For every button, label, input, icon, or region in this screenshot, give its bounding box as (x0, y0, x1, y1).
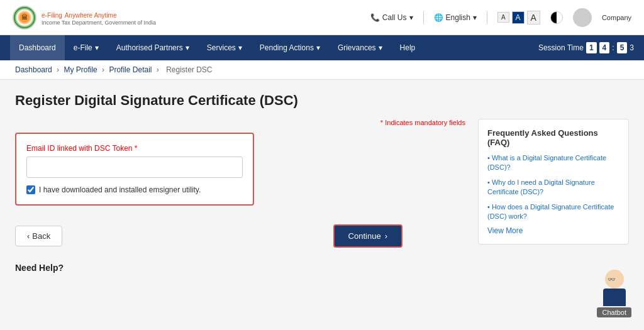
phone-icon: 📞 (370, 13, 380, 22)
continue-label: Continue (348, 231, 381, 241)
back-button[interactable]: ‹ Back (15, 226, 62, 246)
divider-2 (487, 11, 487, 24)
nav-item-authorised-partners[interactable]: Authorised Partners ▾ (108, 35, 198, 60)
faq-item-2[interactable]: Why do I need a Digital Signature Certif… (487, 178, 619, 197)
nav-efile-label: e-File (74, 43, 92, 52)
session-label: Session Time (538, 43, 584, 52)
call-us-chevron: ▾ (409, 13, 413, 22)
language-button[interactable]: 🌐 English ▾ (434, 13, 477, 22)
breadcrumb-my-profile[interactable]: My Profile (64, 65, 97, 74)
nav-help-label: Help (400, 43, 416, 52)
nav-efile-chevron: ▾ (95, 43, 99, 52)
logo-efiling-text: e-Filing (42, 12, 62, 19)
nav-pending-chevron: ▾ (316, 43, 320, 52)
logo-tagline: Anywhere Anytime (65, 12, 117, 19)
breadcrumb-register-dsc: Register DSC (166, 65, 212, 74)
checkbox-label: I have downloaded and installed emsigner… (39, 185, 201, 194)
breadcrumb-sep-1: › (57, 65, 61, 74)
chatbot-label[interactable]: Chatbot (597, 307, 631, 317)
font-large-button[interactable]: A (527, 11, 540, 25)
breadcrumb-profile-detail[interactable]: Profile Detail (109, 65, 152, 74)
form-section: * Indicates mandatory fields Email ID li… (15, 119, 465, 273)
session-digit-2: 4 (599, 42, 610, 53)
faq-section: Frequently Asked Questions (FAQ) What is… (478, 119, 629, 245)
chatbot-body (603, 289, 626, 306)
session-digit-4: 3 (630, 43, 634, 52)
nav-item-help[interactable]: Help (391, 35, 425, 60)
continue-btn-wrapper: Continue › (333, 224, 402, 248)
view-more-link[interactable]: View More (487, 226, 619, 235)
back-chevron-icon: ‹ (27, 231, 30, 241)
emsigner-checkbox[interactable] (26, 185, 35, 194)
header-right: 📞 Call Us ▾ 🌐 English ▾ A A A Company (370, 8, 631, 27)
back-label: Back (32, 231, 50, 241)
top-header: 🏛 e-Filing Anywhere Anytime Income Tax D… (0, 0, 644, 35)
main-content: Register Digital Signature Certificate (… (0, 80, 644, 285)
call-us-label: Call Us (382, 13, 407, 22)
nav-pending-label: Pending Actions (260, 43, 314, 52)
breadcrumb: Dashboard › My Profile › Profile Detail … (0, 60, 644, 80)
chatbot-head: 👓 (605, 270, 624, 289)
font-medium-button[interactable]: A (512, 11, 525, 24)
nav-services-chevron: ▾ (238, 43, 242, 52)
chatbot-figure: 👓 (599, 270, 630, 307)
nav-item-efile[interactable]: e-File ▾ (65, 35, 108, 60)
nav-bar: Dashboard e-File ▾ Authorised Partners ▾… (0, 35, 644, 60)
faq-title: Frequently Asked Questions (FAQ) (487, 128, 619, 147)
logo-text: e-Filing Anywhere Anytime Income Tax Dep… (42, 9, 156, 26)
session-digit-3: 5 (617, 42, 628, 53)
globe-icon: 🌐 (434, 13, 443, 22)
nav-grievances-label: Grievances (338, 43, 376, 52)
session-time: Session Time 1 4 : 5 3 (538, 42, 634, 53)
divider-1 (423, 11, 424, 24)
nav-partners-chevron: ▾ (186, 43, 189, 52)
nav-item-pending-actions[interactable]: Pending Actions ▾ (251, 35, 329, 60)
faq-item-1[interactable]: What is a Digital Signature Certificate … (487, 153, 619, 173)
faq-item-3[interactable]: How does a Digital Signature Certificate… (487, 202, 619, 222)
mandatory-note: * Indicates mandatory fields (15, 119, 465, 126)
continue-button[interactable]: Continue › (333, 224, 402, 248)
session-colon: : (612, 43, 614, 52)
nav-dashboard-label: Dashboard (19, 43, 56, 52)
chatbot[interactable]: 👓 Chatbot (597, 270, 631, 317)
mandatory-asterisk: * (380, 119, 383, 126)
nav-item-grievances[interactable]: Grievances ▾ (329, 35, 391, 60)
contrast-button[interactable] (550, 11, 563, 24)
avatar (573, 8, 592, 27)
continue-arrow-icon: › (385, 231, 387, 241)
button-row: ‹ Back Continue › (15, 224, 465, 248)
language-label: English (446, 13, 470, 22)
breadcrumb-sep-3: › (157, 65, 161, 74)
nav-item-dashboard[interactable]: Dashboard (10, 35, 65, 60)
logo-emblem: 🏛 (13, 6, 36, 30)
language-chevron: ▾ (473, 13, 477, 22)
font-size-controls: A A A (497, 11, 540, 25)
help-label: Need Help? (15, 263, 64, 273)
logo-area: 🏛 e-Filing Anywhere Anytime Income Tax D… (13, 6, 156, 30)
chatbot-glasses-icon: 👓 (608, 276, 615, 283)
logo-sub: Income Tax Department, Government of Ind… (42, 19, 156, 26)
session-digit-1: 1 (586, 42, 597, 53)
nav-grievances-chevron: ▾ (379, 43, 382, 52)
nav-item-services[interactable]: Services ▾ (198, 35, 251, 60)
nav-services-label: Services (207, 43, 236, 52)
page-title: Register Digital Signature Certificate (… (15, 92, 629, 109)
email-input[interactable] (26, 157, 243, 178)
breadcrumb-sep-2: › (102, 65, 106, 74)
need-help: Need Help? (15, 263, 465, 273)
company-label: Company (602, 14, 631, 21)
nav-partners-label: Authorised Partners (116, 43, 183, 52)
content-area: * Indicates mandatory fields Email ID li… (15, 119, 629, 273)
call-us-button[interactable]: 📞 Call Us ▾ (370, 13, 413, 22)
email-required-star: * (135, 144, 138, 153)
email-label-text: Email ID linked with DSC Token (26, 144, 133, 153)
form-card: Email ID linked with DSC Token * I have … (15, 133, 254, 206)
email-field-label: Email ID linked with DSC Token * (26, 144, 243, 153)
logo-efiling: e-Filing Anywhere Anytime (42, 9, 156, 19)
font-small-button[interactable]: A (497, 12, 509, 23)
checkbox-row: I have downloaded and installed emsigner… (26, 185, 243, 194)
breadcrumb-dashboard[interactable]: Dashboard (15, 65, 52, 74)
mandatory-text: Indicates mandatory fields (385, 119, 465, 126)
